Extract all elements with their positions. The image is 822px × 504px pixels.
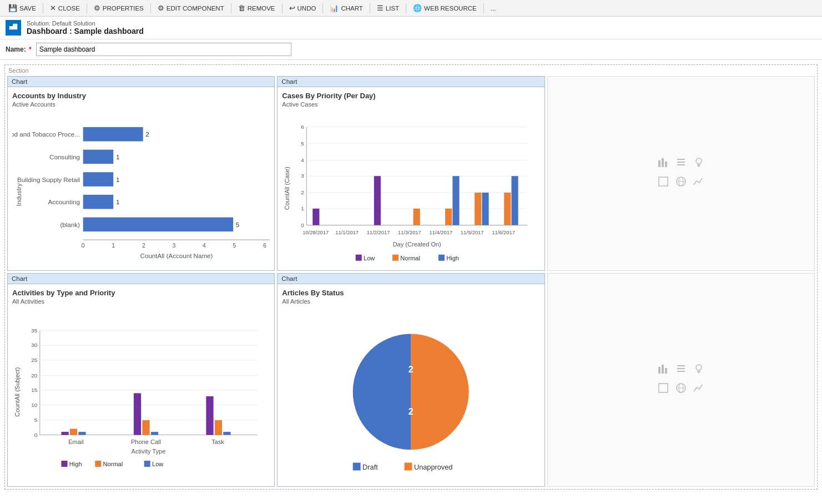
list-icon-2[interactable] — [675, 362, 687, 377]
svg-rect-101 — [78, 432, 85, 435]
svg-text:Task: Task — [211, 439, 224, 445]
svg-text:Activity Type: Activity Type — [132, 447, 166, 454]
svg-rect-2 — [9, 30, 18, 32]
svg-rect-77 — [659, 177, 668, 186]
svg-text:Industry: Industry — [15, 183, 22, 206]
svg-point-130 — [696, 365, 702, 370]
svg-text:Accounting: Accounting — [48, 198, 80, 205]
chart-cell-3: Chart Activities by Type and Priority Al… — [7, 273, 275, 487]
toolbar-separator-2 — [87, 3, 87, 13]
svg-text:0: 0 — [34, 431, 38, 437]
remove-button[interactable]: 🗑 REMOVE — [234, 2, 279, 14]
globe-icon[interactable] — [675, 175, 687, 190]
svg-rect-7 — [83, 150, 114, 164]
list-icon[interactable] — [675, 156, 687, 171]
chart-cell-4: Chart Articles By Status All Articles 2 … — [277, 273, 544, 487]
square-icon[interactable] — [657, 175, 669, 190]
svg-rect-4 — [83, 127, 143, 142]
list-icon: ☰ — [377, 4, 384, 12]
svg-text:1: 1 — [116, 153, 119, 160]
svg-text:CountAll (Account Name): CountAll (Account Name) — [140, 252, 213, 259]
close-button[interactable]: ✕ CLOSE — [46, 2, 84, 14]
empty-icon-row-1 — [657, 156, 705, 171]
chart-line-icon[interactable] — [693, 175, 705, 190]
edit-component-icon: ⚙ — [158, 4, 164, 12]
svg-text:Draft: Draft — [362, 463, 378, 471]
save-button[interactable]: 💾 SAVE — [4, 2, 40, 14]
edit-component-button[interactable]: ⚙ EDIT COMPONENT — [154, 2, 228, 14]
svg-rect-10 — [83, 172, 114, 187]
chart-bar-icon-2[interactable] — [657, 362, 669, 377]
svg-text:Normal: Normal — [401, 255, 421, 261]
chart-header-3: Chart — [8, 274, 274, 284]
chart-body-4: Articles By Status All Articles 2 2 Draf… — [278, 284, 544, 486]
svg-text:2: 2 — [142, 243, 145, 249]
toolbar-separator-5 — [282, 3, 283, 13]
svg-rect-63 — [392, 255, 399, 261]
svg-rect-48 — [453, 176, 460, 225]
svg-rect-104 — [151, 432, 158, 435]
lightbulb-icon-2[interactable] — [693, 362, 705, 377]
svg-rect-103 — [142, 420, 149, 435]
chart-svg-1: Industry 2 Food and Tobacco Proce... 1 C… — [12, 111, 270, 266]
chart-body-1: Accounts by Industry Active Accounts Ind… — [8, 87, 274, 270]
svg-text:Phone Call: Phone Call — [131, 439, 161, 445]
svg-text:4: 4 — [301, 157, 305, 163]
chart-title-2: Cases By Priority (Per Day) — [282, 92, 539, 100]
svg-text:5: 5 — [236, 221, 239, 228]
svg-rect-125 — [662, 365, 664, 374]
chart-subtitle-1: Active Accounts — [12, 101, 270, 108]
svg-text:1: 1 — [116, 198, 119, 205]
undo-button[interactable]: ↩ UNDO — [285, 2, 320, 14]
toolbar-separator-4 — [231, 3, 231, 13]
required-indicator: * — [29, 46, 32, 53]
svg-text:11/4/2017: 11/4/2017 — [430, 229, 453, 235]
svg-text:0: 0 — [82, 243, 85, 249]
svg-text:2: 2 — [409, 364, 413, 374]
name-input[interactable] — [36, 43, 291, 56]
svg-text:11/3/2017: 11/3/2017 — [398, 229, 421, 235]
dashboard-area: Section Chart Accounts by Industry Activ… — [4, 64, 818, 490]
svg-text:5: 5 — [34, 417, 38, 423]
lightbulb-icon[interactable] — [693, 156, 705, 171]
empty-cell-icons — [657, 156, 705, 190]
svg-rect-44 — [313, 209, 320, 225]
svg-text:Food and Tobacco Proce...: Food and Tobacco Proce... — [12, 130, 80, 138]
svg-rect-16 — [83, 218, 233, 232]
svg-rect-99 — [61, 432, 68, 435]
globe-icon-2[interactable] — [675, 382, 687, 397]
solution-icon — [6, 20, 21, 36]
undo-icon: ↩ — [289, 4, 295, 12]
chart-button[interactable]: 📊 CHART — [326, 2, 366, 14]
solution-label: Solution: Default Solution — [27, 20, 144, 27]
chart-line-icon-2[interactable] — [693, 382, 705, 397]
svg-text:3: 3 — [172, 243, 175, 249]
svg-point-73 — [696, 158, 702, 164]
chart-header-4: Chart — [278, 274, 544, 284]
svg-text:CountAll (Case): CountAll (Case) — [284, 167, 291, 210]
svg-text:5: 5 — [233, 243, 236, 249]
list-button[interactable]: ☰ LIST — [373, 2, 403, 14]
properties-button[interactable]: ⚙ PROPERTIES — [90, 2, 148, 14]
more-button[interactable]: ... — [487, 3, 500, 13]
svg-text:1: 1 — [116, 176, 119, 183]
svg-text:11/5/2017: 11/5/2017 — [461, 229, 484, 235]
square-icon-2[interactable] — [657, 382, 669, 397]
svg-text:Consulting: Consulting — [49, 153, 80, 160]
empty-icon-row-2 — [657, 175, 705, 190]
name-row: Name: * — [0, 39, 822, 60]
svg-text:Email: Email — [68, 439, 84, 445]
svg-rect-1 — [9, 23, 13, 26]
svg-rect-126 — [665, 368, 667, 374]
chart-svg-2: CountAll (Case) 0 1 2 3 — [282, 111, 539, 266]
chart-bar-icon[interactable] — [657, 156, 669, 171]
svg-text:Unapproved: Unapproved — [414, 463, 452, 471]
svg-text:1: 1 — [112, 243, 115, 249]
svg-text:6: 6 — [263, 243, 266, 249]
svg-text:Low: Low — [364, 255, 375, 261]
chart-title-4: Articles By Status — [282, 289, 539, 297]
web-resource-button[interactable]: 🌐 WEB RESOURCE — [409, 2, 481, 14]
svg-text:3: 3 — [301, 173, 305, 179]
empty-cell-bottom-right — [547, 273, 815, 487]
svg-rect-49 — [475, 193, 481, 225]
